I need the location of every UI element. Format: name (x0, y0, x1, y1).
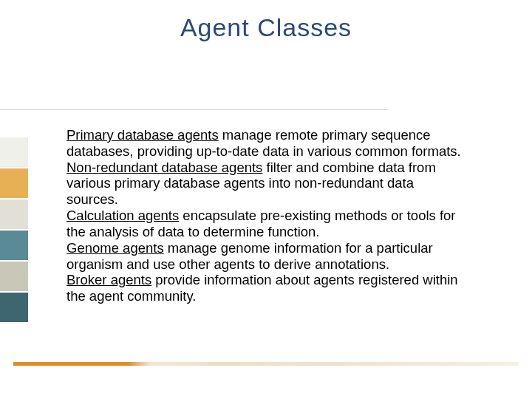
item-3: Calculation agents encapsulate pre-exist… (66, 208, 469, 240)
color-block (0, 168, 28, 200)
footer-accent-segment (172, 362, 276, 366)
horizontal-divider (0, 109, 388, 110)
color-block (0, 137, 28, 168)
footer-accent-line (13, 362, 519, 366)
item-4: Genome agents manage genome information … (66, 240, 469, 273)
color-block (0, 200, 28, 231)
slide: Agent Classes Primary database agents ma… (0, 0, 532, 399)
item-5: Broker agents provide information about … (66, 272, 469, 304)
body-text: Primary database agents manage remote pr… (66, 127, 469, 304)
item-label: Non-redundant database agents (66, 160, 262, 175)
left-color-blocks (0, 137, 28, 324)
color-block (0, 262, 28, 293)
item-1: Primary database agents manage remote pr… (66, 127, 469, 160)
slide-title: Agent Classes (0, 13, 532, 42)
footer-accent-segment (276, 362, 519, 366)
item-label: Primary database agents (66, 127, 219, 143)
footer-accent-segment (128, 362, 172, 366)
item-label: Broker agents (66, 272, 151, 287)
item-label: Calculation agents (66, 208, 179, 223)
color-block (0, 293, 28, 324)
footer-accent-segment (13, 362, 128, 366)
item-label: Genome agents (66, 240, 164, 256)
item-2: Non-redundant database agents filter and… (66, 160, 469, 208)
color-block (0, 231, 28, 262)
